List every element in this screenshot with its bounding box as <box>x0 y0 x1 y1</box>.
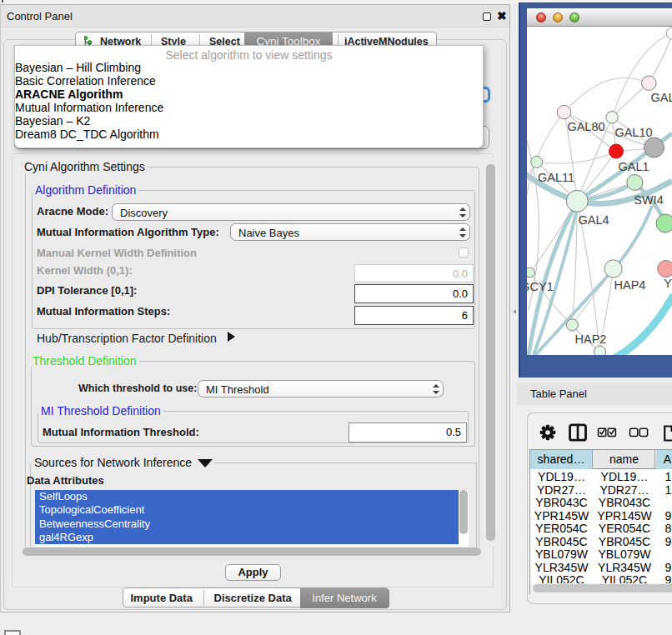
svg-text:GAL4: GAL4 <box>578 213 609 227</box>
svg-text:GCY1: GCY1 <box>527 280 554 293</box>
svg-text:HAP4: HAP4 <box>614 278 646 292</box>
svg-text:GAL: GAL <box>650 91 672 104</box>
svg-text:GAL1: GAL1 <box>618 160 649 173</box>
svg-text:GAL80: GAL80 <box>567 120 604 133</box>
svg-text:GAL11: GAL11 <box>538 171 574 184</box>
svg-text:SWI4: SWI4 <box>634 193 663 207</box>
svg-text:HAP2: HAP2 <box>575 332 607 346</box>
svg-text:Y: Y <box>664 277 672 290</box>
svg-text:GAL10: GAL10 <box>614 126 652 139</box>
